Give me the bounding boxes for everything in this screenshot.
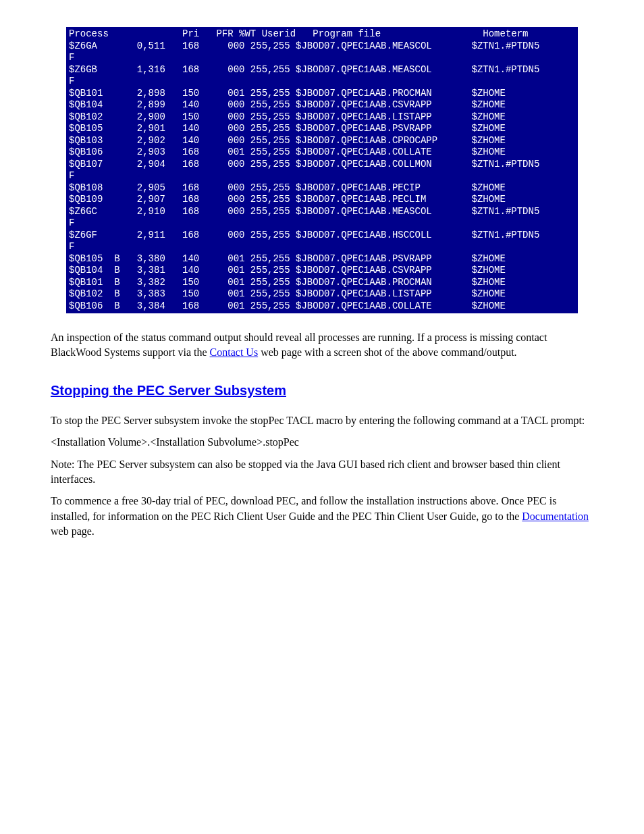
- paragraph-stop-intro: To stop the PEC Server subsystem invoke …: [51, 413, 593, 428]
- paragraph-trial: To commence a free 30-day trial of PEC, …: [51, 494, 593, 539]
- paragraph-status: An inspection of the status command outp…: [51, 330, 593, 361]
- documentation-link[interactable]: Documentation: [522, 511, 589, 522]
- paragraph-stop-note: Note: The PEC Server subsystem can also …: [51, 457, 593, 488]
- contact-us-link[interactable]: Contact Us: [210, 346, 259, 358]
- heading-stopping-pec[interactable]: Stopping the PEC Server Subsystem: [51, 381, 593, 400]
- paragraph-stop-cmd: <Installation Volume>.<Installation Subv…: [51, 435, 593, 450]
- terminal-output: Process Pri PFR %WT Userid Program file …: [66, 27, 578, 313]
